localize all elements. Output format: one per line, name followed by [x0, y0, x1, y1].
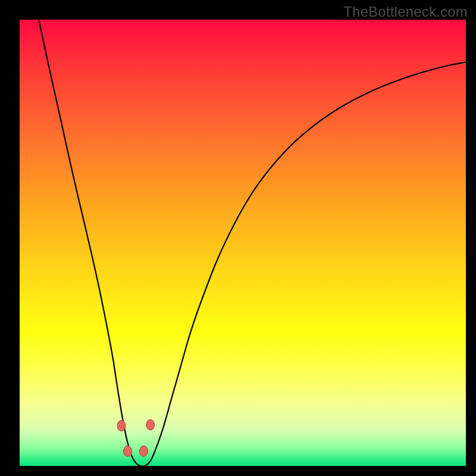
curve-marker — [146, 419, 155, 430]
plot-svg — [20, 20, 466, 466]
curve-markers — [117, 419, 155, 456]
curve-marker — [124, 446, 132, 456]
watermark-text: TheBottleneck.com — [343, 4, 468, 20]
curve-marker — [140, 446, 148, 456]
curve-marker — [117, 421, 126, 431]
chart-frame: TheBottleneck.com — [0, 0, 476, 476]
bottleneck-curve — [39, 20, 466, 466]
plot-area — [20, 20, 466, 466]
